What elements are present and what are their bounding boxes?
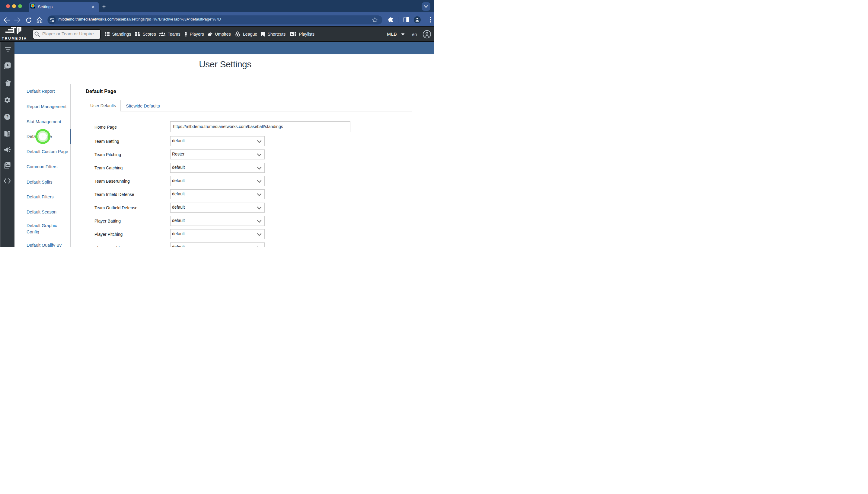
svg-text:?: ? xyxy=(6,114,9,119)
